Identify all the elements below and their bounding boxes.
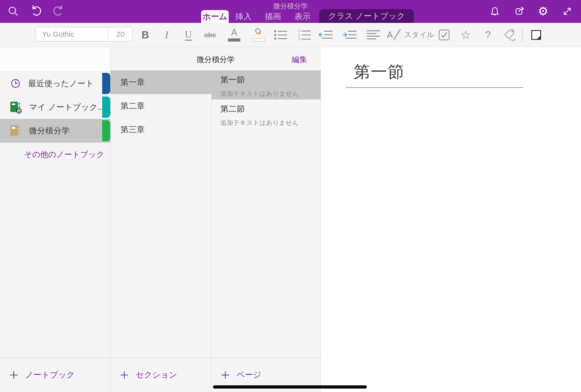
numbered-list-icon: 1 2 3 (297, 29, 312, 41)
styles-button[interactable]: A スタイル (387, 23, 435, 47)
strikethrough-button[interactable]: abc (204, 23, 216, 47)
notifications-button[interactable] (488, 4, 502, 18)
notebooks-sidebar: 最近使ったノート マイ ノートブック... (0, 47, 110, 392)
page-template-button[interactable] (530, 23, 542, 47)
page-title: 第二節 (220, 104, 321, 114)
edit-button[interactable]: 編集 (292, 54, 307, 65)
add-section-button[interactable]: セクション (110, 358, 211, 392)
top-bar: 微分積分学 (0, 0, 581, 23)
settings-button[interactable]: ⚙ (536, 4, 550, 18)
clock-icon (10, 78, 21, 89)
more-tags-button[interactable] (503, 23, 516, 47)
sidebar-item-label: マイ ノートブック... (29, 102, 104, 113)
section-item-3[interactable]: 第三章 (110, 118, 211, 141)
home-indicator-bar[interactable] (213, 385, 367, 388)
title-underline (346, 87, 523, 88)
share-button[interactable] (512, 4, 526, 18)
font-picker[interactable]: Yu Gothic 20 (35, 27, 133, 42)
font-size-value[interactable]: 20 (108, 28, 132, 41)
gear-icon: ⚙ (538, 6, 548, 17)
redo-icon (52, 5, 65, 18)
bell-icon (489, 6, 501, 17)
add-notebook-label: ノートブック (25, 369, 75, 380)
font-color-icon: A (231, 28, 237, 37)
search-button[interactable] (6, 4, 20, 18)
numbered-list-button[interactable]: 1 2 3 (297, 23, 312, 47)
notebook-title: 微分積分学 (110, 54, 321, 65)
page-canvas[interactable]: 第一節 (321, 47, 581, 392)
pages-column: 第一節 追加テキストはありません 第二節 追加テキストはありません ページ (211, 70, 321, 392)
notebook-sync-icon (10, 101, 22, 114)
underline-icon: U (185, 29, 192, 41)
add-page-label: ページ (237, 369, 261, 380)
indent-button[interactable] (342, 23, 357, 47)
sidebar-item-calculus[interactable]: 微分積分学 (0, 119, 110, 142)
sidebar-header-spacer (0, 47, 110, 72)
outdent-button[interactable] (318, 23, 334, 47)
onenote-app: 微分積分学 (0, 0, 581, 392)
tab-class-notebook[interactable]: クラス ノートブック (319, 9, 414, 23)
add-notebook-button[interactable]: ノートブック (0, 358, 110, 392)
outdent-icon (318, 29, 334, 41)
sidebar-item-label: 最近使ったノート (28, 78, 94, 89)
underline-button[interactable]: U (185, 23, 192, 47)
styles-brush-icon (390, 28, 401, 41)
share-icon (513, 6, 525, 17)
font-color-button[interactable]: A (228, 23, 240, 47)
strikethrough-icon: abc (204, 31, 216, 39)
tag-icon (503, 28, 516, 42)
notebook-color-tab-blue (102, 73, 110, 94)
italic-button[interactable]: I (165, 23, 168, 47)
section-item-1[interactable]: 第一章 (110, 70, 211, 94)
page-item-2[interactable]: 第二節 追加テキストはありません (211, 100, 321, 128)
topbar-left-actions (6, 4, 65, 18)
bold-button[interactable]: B (141, 23, 149, 47)
add-section-label: セクション (136, 369, 177, 380)
sidebar-item-my-notebooks[interactable]: マイ ノートブック... (0, 95, 110, 119)
notebook-color-tab-green (102, 120, 110, 141)
important-tag-button[interactable]: ☆ (460, 23, 471, 47)
highlighter-swatch (252, 38, 265, 42)
bullet-list-button[interactable] (274, 23, 288, 47)
svg-text:3: 3 (298, 37, 300, 41)
alignment-icon (366, 29, 381, 41)
more-notebooks-link[interactable]: その他のノートブック (0, 146, 110, 162)
todo-tag-button[interactable] (438, 23, 450, 47)
checkbox-icon (438, 29, 450, 41)
font-name-value[interactable]: Yu Gothic (36, 30, 108, 38)
question-tag-button[interactable]: ? (485, 23, 491, 47)
sidebar-item-label: 微分積分学 (29, 125, 70, 136)
plus-icon (9, 370, 19, 380)
tab-home[interactable]: ホーム (201, 10, 229, 23)
styles-label: スタイル (404, 30, 435, 40)
fullscreen-button[interactable] (560, 4, 574, 18)
notebook-color-tab-teal (102, 96, 110, 118)
question-icon: ? (485, 29, 491, 40)
format-toolbar: Yu Gothic 20 B I U abc A (0, 23, 581, 47)
alignment-button[interactable] (366, 23, 381, 47)
page-canvas-title[interactable]: 第一節 (354, 61, 405, 83)
page-item-1[interactable]: 第一節 追加テキストはありません (211, 70, 321, 100)
sidebar-item-recent-notes[interactable]: 最近使ったノート (0, 72, 110, 95)
expand-icon (562, 6, 573, 17)
notebook-pane-header: 微分積分学 編集 (110, 47, 321, 70)
tab-insert[interactable]: 挿入 (229, 10, 258, 23)
toolbar-divider (522, 28, 523, 42)
star-icon: ☆ (460, 29, 471, 41)
search-icon (7, 6, 19, 17)
redo-button[interactable] (52, 4, 65, 18)
tab-draw[interactable]: 描画 (258, 10, 288, 23)
page-template-icon (530, 29, 542, 41)
undo-icon (29, 5, 42, 18)
highlighter-button[interactable] (252, 23, 265, 47)
bullet-list-icon (274, 29, 288, 41)
svg-text:2: 2 (298, 33, 300, 37)
notebook-pane: 微分積分学 編集 第一章 第二章 第三章 セクション (110, 47, 321, 392)
svg-text:1: 1 (298, 29, 300, 33)
section-item-2[interactable]: 第二章 (110, 94, 211, 118)
notebook-icon (10, 124, 22, 137)
italic-icon: I (165, 29, 168, 41)
ribbon-tabs: ホーム 挿入 描画 表示 クラス ノートブック (201, 9, 414, 23)
undo-button[interactable] (29, 4, 43, 18)
tab-view[interactable]: 表示 (288, 10, 317, 23)
